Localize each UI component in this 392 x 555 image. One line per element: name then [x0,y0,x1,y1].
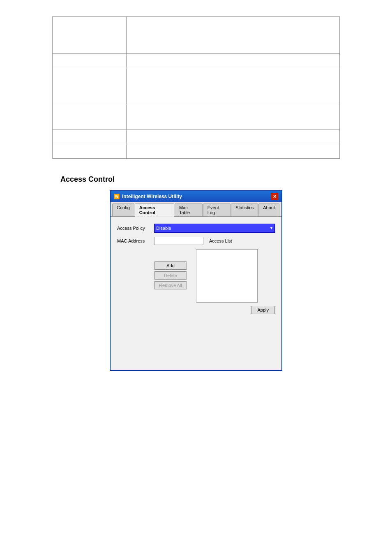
access-list-label: Access List [209,238,232,243]
access-policy-row: Access Policy Disable [117,224,275,233]
access-list-box [196,249,258,303]
tab-about[interactable]: About [258,204,279,216]
app-window: W Intelligent Wireless Utility ✕ Config … [110,190,282,371]
close-button[interactable]: ✕ [271,193,278,200]
table-cell-right-5 [127,130,340,144]
mac-address-input[interactable] [154,237,203,245]
mac-address-label: MAC Address [117,238,154,243]
table-cell-right-1 [127,17,340,54]
tab-event-log[interactable]: Event Log [203,204,231,216]
window-title: Intelligent Wireless Utility [122,194,182,199]
table-cell-left-1 [53,17,127,54]
table-cell-left-3 [53,68,127,105]
bottom-spacer [117,314,275,363]
apply-button[interactable]: Apply [251,306,275,314]
apply-row: Apply [117,306,275,314]
access-list-panel [196,249,275,303]
mac-address-row: MAC Address Access List [117,237,275,245]
action-buttons-panel: Add Delete Remove All [154,249,191,303]
table-cell-left-6 [53,144,127,159]
tab-mac-table[interactable]: Mac Table [175,204,203,216]
table-cell-left-4 [53,105,127,130]
table-cell-right-2 [127,54,340,68]
app-icon: W [114,194,120,199]
table-cell-right-3 [127,68,340,105]
access-policy-dropdown-container: Disable [154,224,275,233]
delete-button[interactable]: Delete [154,271,187,280]
access-policy-label: Access Policy [117,226,154,231]
tab-config[interactable]: Config [112,204,134,216]
table-cell-right-4 [127,105,340,130]
add-button[interactable]: Add [154,261,187,270]
tab-access-control[interactable]: Access Control [135,204,174,217]
table-cell-right-6 [127,144,340,159]
tab-bar: Config Access Control Mac Table Event Lo… [111,202,281,217]
table-cell-left-5 [53,130,127,144]
access-policy-select[interactable]: Disable [154,224,275,233]
table-cell-left-2 [53,54,127,68]
titlebar-left: W Intelligent Wireless Utility [114,194,182,199]
remove-all-button[interactable]: Remove All [154,281,187,289]
window-body: Access Policy Disable MAC Address Access… [111,217,281,370]
top-table [52,16,340,159]
tab-statistics[interactable]: Statistics [231,204,258,216]
titlebar: W Intelligent Wireless Utility ✕ [111,191,281,202]
section-title: Access Control [52,175,340,184]
